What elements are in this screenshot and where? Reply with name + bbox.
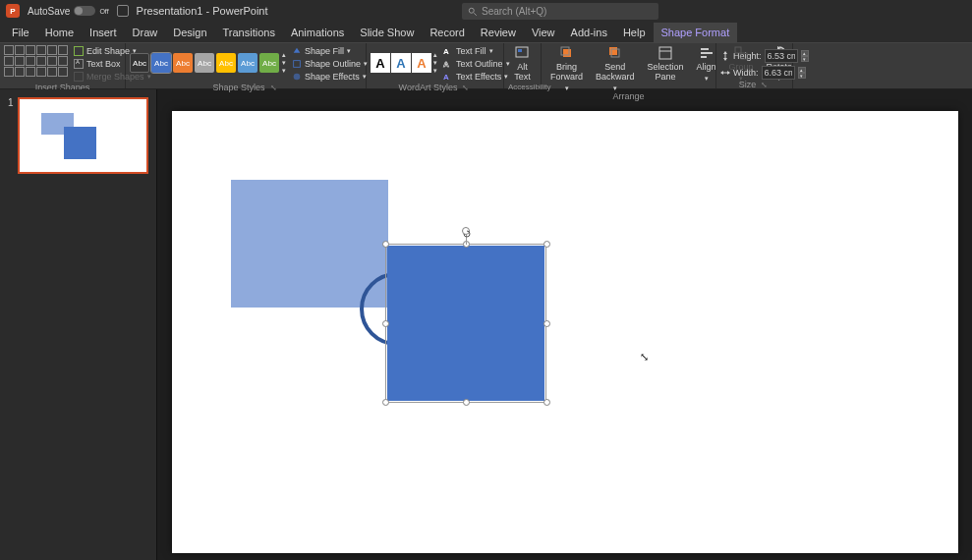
shape-style-4[interactable]: Abc <box>195 53 214 73</box>
merge-shapes-icon <box>74 72 84 82</box>
shape-outline-button[interactable]: Shape Outline▾ <box>289 58 371 70</box>
selection-handle-nw[interactable] <box>382 241 389 248</box>
size-launcher[interactable]: ⤡ <box>759 81 770 89</box>
style-gallery-up[interactable]: ▴ <box>282 51 286 59</box>
effects-icon <box>292 72 302 82</box>
height-input[interactable] <box>765 49 798 63</box>
shape-style-6[interactable]: Abc <box>238 53 257 73</box>
svg-rect-16 <box>741 53 747 59</box>
tab-slideshow[interactable]: Slide Show <box>352 23 422 42</box>
style-gallery-more[interactable]: ▾ <box>282 67 286 75</box>
mouse-cursor: ⤡ <box>640 351 649 364</box>
outline-icon <box>292 59 302 69</box>
search-input[interactable]: Search (Alt+Q) <box>462 3 658 20</box>
document-title: Presentation1 - PowerPoint <box>137 5 268 17</box>
send-backward-button[interactable]: Send Backward▾ <box>591 45 640 91</box>
tab-shape-format[interactable]: Shape Format <box>654 23 738 42</box>
shape-style-3[interactable]: Abc <box>173 53 193 73</box>
bring-forward-button[interactable]: Bring Forward▾ <box>545 45 588 91</box>
tab-review[interactable]: Review <box>473 23 524 42</box>
tab-view[interactable]: View <box>524 23 563 42</box>
bring-forward-icon <box>559 45 575 61</box>
text-outline-icon: A <box>443 60 453 69</box>
slide-canvas[interactable]: ⤡ <box>172 111 958 553</box>
wordart-gallery-down[interactable]: ▾ <box>433 59 437 67</box>
selection-handle-sw[interactable] <box>382 399 389 406</box>
svg-line-1 <box>474 13 477 16</box>
svg-point-3 <box>294 74 301 81</box>
shape-style-5[interactable]: Abc <box>216 53 236 73</box>
tab-record[interactable]: Record <box>422 23 472 42</box>
edit-shape-icon <box>74 46 84 56</box>
wordart-gallery-more[interactable]: ▾ <box>433 67 437 75</box>
text-outline-button[interactable]: AText Outline▾ <box>440 58 513 70</box>
alt-text-icon <box>514 45 530 61</box>
text-effects-icon: A <box>443 73 453 82</box>
search-placeholder: Search (Alt+Q) <box>482 6 546 17</box>
selection-pane-button[interactable]: Selection Pane <box>643 45 689 83</box>
tab-home[interactable]: Home <box>37 23 82 42</box>
tab-transitions[interactable]: Transitions <box>215 23 283 42</box>
svg-rect-2 <box>294 61 301 68</box>
slide-thumbnail-1[interactable] <box>18 97 148 174</box>
shape-rectangle-light[interactable] <box>231 180 388 308</box>
thumb-shape-2 <box>64 127 96 159</box>
tab-addins[interactable]: Add-ins <box>563 23 615 42</box>
width-input[interactable] <box>762 66 795 80</box>
width-spin-down[interactable]: ▾ <box>798 73 806 79</box>
fill-icon <box>292 46 302 56</box>
text-box-icon <box>74 59 84 69</box>
selection-pane-icon <box>658 45 673 61</box>
selection-handle-w[interactable] <box>382 320 389 327</box>
wordart-gallery-up[interactable]: ▴ <box>433 51 437 59</box>
svg-rect-6 <box>563 49 571 57</box>
tab-insert[interactable]: Insert <box>82 23 125 42</box>
tab-animations[interactable]: Animations <box>283 23 352 42</box>
text-fill-icon: A <box>443 47 453 56</box>
group-icon <box>733 45 749 61</box>
shape-effects-button[interactable]: Shape Effects▾ <box>289 71 371 83</box>
shape-style-1[interactable]: Abc <box>130 53 149 73</box>
svg-rect-15 <box>735 47 741 53</box>
shape-fill-button[interactable]: Shape Fill▾ <box>289 45 371 57</box>
group-button: Group▾ <box>724 45 759 83</box>
svg-rect-8 <box>609 47 617 55</box>
save-icon[interactable] <box>117 5 129 17</box>
selection-handle-e[interactable] <box>543 320 550 327</box>
text-effects-button[interactable]: AText Effects▾ <box>440 71 513 83</box>
tab-help[interactable]: Help <box>615 23 654 42</box>
shape-style-2[interactable]: Abc <box>151 53 171 73</box>
height-spin-down[interactable]: ▾ <box>801 56 809 62</box>
alt-text-button[interactable]: Alt Text <box>509 45 536 83</box>
svg-point-0 <box>469 8 474 13</box>
selection-handle-ne[interactable] <box>543 241 550 248</box>
search-icon <box>468 7 478 17</box>
shape-style-7[interactable]: Abc <box>259 53 279 73</box>
selection-handle-s[interactable] <box>463 399 470 406</box>
selection-handle-se[interactable] <box>543 399 550 406</box>
wordart-style-1[interactable]: A <box>371 53 390 73</box>
svg-marker-22 <box>720 71 723 75</box>
autosave-state: Off <box>99 8 108 15</box>
tab-design[interactable]: Design <box>165 23 214 42</box>
rotation-handle[interactable] <box>462 227 470 235</box>
text-fill-button[interactable]: AText Fill▾ <box>440 45 513 57</box>
thumbnail-number: 1 <box>8 97 14 174</box>
app-icon <box>6 4 20 18</box>
tab-file[interactable]: File <box>4 23 37 42</box>
tab-draw[interactable]: Draw <box>125 23 166 42</box>
svg-rect-5 <box>518 49 522 52</box>
style-gallery-down[interactable]: ▾ <box>282 59 286 67</box>
wordart-style-3[interactable]: A <box>412 53 431 73</box>
svg-rect-10 <box>659 47 671 59</box>
autosave-toggle[interactable] <box>74 6 95 16</box>
align-icon <box>699 45 715 61</box>
send-backward-icon <box>607 45 623 61</box>
shape-rectangle-selected[interactable] <box>387 246 544 401</box>
wordart-style-2[interactable]: A <box>391 53 411 73</box>
shape-gallery[interactable] <box>4 45 68 77</box>
autosave-label: AutoSave <box>28 6 70 17</box>
